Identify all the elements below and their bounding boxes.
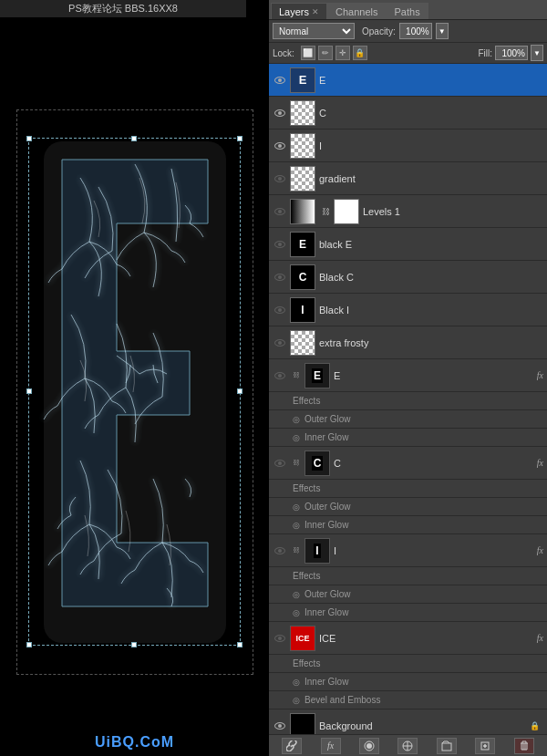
watermark-line2: BBS.16XX8	[125, 3, 178, 14]
eye-icon-I	[274, 142, 285, 150]
visibility-gradient[interactable]	[273, 171, 287, 186]
effect-outerGlow-C[interactable]: ◎ Outer Glow	[269, 498, 547, 516]
tab-layers-close[interactable]: ✕	[312, 7, 319, 16]
eye-icon-extrafrosty	[274, 339, 285, 347]
visibility-I[interactable]	[273, 139, 287, 153]
effects-row-groupI: Effects	[269, 567, 547, 585]
visibility-BlackC[interactable]	[273, 270, 287, 285]
effects-row-ICE: Effects	[269, 655, 547, 673]
watermark-line1: PS教程论坛	[68, 3, 122, 14]
visibility-C[interactable]	[273, 106, 287, 120]
blend-mode-select[interactable]: Normal Multiply Screen Overlay	[273, 23, 355, 39]
layer-row-I[interactable]: I	[269, 129, 547, 162]
thumb-groupI: I	[304, 538, 330, 564]
tab-paths[interactable]: Paths	[387, 3, 428, 19]
thumb-BlackC: C	[290, 264, 315, 290]
fx-btn[interactable]: fx	[321, 738, 341, 754]
layer-name-groupC: C	[334, 458, 533, 469]
effect-bevelEmboss-ICE[interactable]: ◎ Bevel and Emboss	[269, 691, 547, 709]
thumb-gradient	[290, 166, 315, 192]
fill-input[interactable]	[495, 46, 528, 60]
layer-row-ICE[interactable]: ICE ICE fx	[269, 622, 547, 655]
layer-name-E: E	[319, 75, 543, 86]
layers-panel: Layers ✕ Channels Paths Normal Multiply …	[269, 0, 547, 756]
letter-e-svg	[26, 132, 244, 652]
layer-row-gradient[interactable]: gradient	[269, 162, 547, 195]
watermark: PS教程论坛 BBS.16XX8	[0, 0, 246, 17]
layers-list[interactable]: E E C I gradient	[269, 64, 547, 734]
effects-label-ICE: Effects	[293, 658, 320, 668]
thumb-blackE: E	[290, 232, 315, 257]
layer-row-extrafrosty[interactable]: extra frosty	[269, 326, 547, 359]
thumb-groupC: C	[304, 450, 330, 476]
effect-innerGlow-ICE[interactable]: ◎ Inner Glow	[269, 673, 547, 691]
delete-icon-svg	[519, 740, 530, 751]
fill-label: Fill:	[478, 48, 492, 58]
thumb-E: E	[290, 67, 315, 93]
eye-icon-blackE	[274, 241, 285, 248]
visibility-background[interactable]	[273, 719, 287, 733]
fx-badge-groupC: fx	[537, 458, 543, 468]
layer-row-BlackI[interactable]: I Black I	[269, 294, 547, 326]
effect-innerGlow-E[interactable]: ◎ Inner Glow	[269, 429, 547, 447]
lock-all[interactable]: 🔒	[353, 46, 367, 60]
eye-icon-ICE	[274, 635, 285, 642]
visibility-groupC[interactable]	[273, 456, 287, 471]
effect-dot-2: ◎	[291, 432, 302, 443]
layer-name-C: C	[319, 108, 543, 119]
visibility-groupI[interactable]	[273, 544, 287, 558]
layer-row-C[interactable]: C	[269, 97, 547, 129]
group-btn[interactable]	[437, 738, 457, 754]
new-layer-btn[interactable]	[475, 738, 495, 754]
svg-point-2	[366, 743, 372, 749]
opacity-input[interactable]	[399, 23, 432, 39]
eye-icon-levels	[274, 208, 285, 215]
layer-row-groupI[interactable]: ⛓ I I fx	[269, 534, 547, 567]
layer-row-background[interactable]: Background 🔒	[269, 709, 547, 734]
layer-name-levels: Levels 1	[363, 206, 543, 217]
layer-row-BlackC[interactable]: C Black C	[269, 261, 547, 294]
effect-innerGlow-I[interactable]: ◎ Inner Glow	[269, 604, 547, 622]
layer-row-groupE[interactable]: ⛓ E E fx	[269, 359, 547, 392]
adjustment-btn[interactable]	[397, 738, 418, 754]
effects-row-groupE: Effects	[269, 392, 547, 410]
tab-layers[interactable]: Layers ✕	[271, 3, 327, 19]
visibility-ICE[interactable]	[273, 631, 287, 646]
visibility-blackE[interactable]	[273, 237, 287, 252]
visibility-groupE[interactable]	[273, 368, 287, 383]
mask-btn[interactable]	[359, 738, 379, 754]
visibility-E[interactable]	[273, 73, 287, 88]
layer-name-groupE: E	[334, 370, 533, 381]
svg-rect-4	[442, 743, 451, 751]
link-layers-btn[interactable]	[282, 738, 302, 754]
thumb-extrafrosty	[290, 330, 315, 356]
thumb-levels	[290, 199, 315, 224]
link-icon-svg	[286, 740, 297, 751]
layer-row-E[interactable]: E E	[269, 64, 547, 97]
tab-channels[interactable]: Channels	[327, 3, 386, 19]
effect-outerGlow-I[interactable]: ◎ Outer Glow	[269, 585, 547, 604]
lock-checkerboard[interactable]: ⬜	[301, 46, 315, 60]
fill-arrow[interactable]: ▼	[531, 45, 543, 61]
lock-row: Lock: ⬜ ✏ ✛ 🔒 Fill: ▼	[269, 43, 547, 64]
layer-row-blackE[interactable]: E black E	[269, 228, 547, 261]
layer-row-groupC[interactable]: ⛓ C C fx	[269, 447, 547, 480]
layer-name-BlackC: Black C	[319, 272, 543, 283]
lock-brush[interactable]: ✏	[318, 46, 333, 60]
layer-row-levels[interactable]: ⛓ Levels 1	[269, 195, 547, 228]
visibility-BlackI[interactable]	[273, 303, 287, 317]
layer-name-I: I	[319, 140, 543, 151]
link-groupC: ⛓	[290, 457, 303, 470]
mask-icon-svg	[364, 740, 375, 751]
layer-name-background: Background	[319, 720, 530, 731]
delete-layer-btn[interactable]	[514, 738, 534, 754]
visibility-extrafrosty[interactable]	[273, 336, 287, 350]
effect-innerGlow-C[interactable]: ◎ Inner Glow	[269, 516, 547, 534]
fx-badge-groupE: fx	[537, 370, 543, 380]
opacity-arrow[interactable]: ▼	[436, 23, 449, 39]
visibility-levels[interactable]	[273, 204, 287, 219]
effect-dot-3: ◎	[291, 502, 302, 513]
lock-move[interactable]: ✛	[335, 46, 350, 60]
effect-innerGlow-C-label: Inner Glow	[304, 520, 348, 530]
effect-outerGlow-E[interactable]: ◎ Outer Glow	[269, 410, 547, 429]
